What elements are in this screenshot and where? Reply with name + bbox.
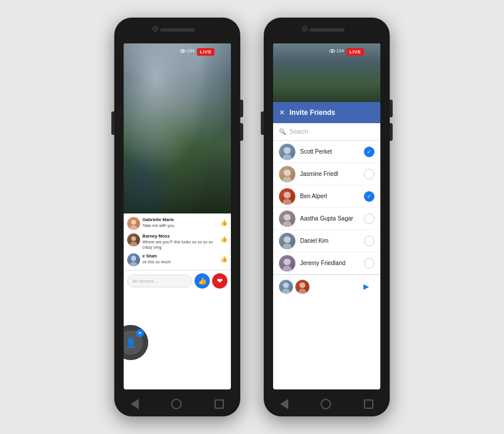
friend-avatar	[279, 166, 295, 182]
phone-camera	[152, 26, 158, 32]
selected-avatars	[279, 280, 355, 294]
like-icon[interactable]: 👍	[220, 236, 227, 242]
friend-name: Aastha Gupta Sagar	[300, 215, 359, 222]
home-nav-icon[interactable]	[171, 399, 182, 409]
friend-unselected-check[interactable]	[364, 213, 374, 224]
friend-avatar	[279, 144, 295, 160]
search-placeholder: Search	[290, 128, 308, 135]
phone-bottom-bar	[114, 392, 240, 416]
back-nav-icon[interactable]	[131, 399, 139, 409]
eye-icon-2	[329, 49, 335, 53]
power-btn-2[interactable]	[261, 111, 264, 135]
invite-header: ✕ Invite Friends	[273, 102, 380, 123]
friend-name: Jasmine Friedl	[300, 171, 359, 177]
friend-unselected-check[interactable]	[364, 236, 374, 246]
send-button[interactable]: ►	[358, 279, 374, 295]
selected-avatar-2	[295, 280, 309, 294]
search-icon: 🔍	[279, 128, 286, 135]
comment-text: Where are you?! this looks so so so so c…	[142, 239, 218, 250]
viewer-count: 134	[180, 48, 195, 53]
friend-list: Scott Perket ✓ Jasmine Friedl Ben Alpert…	[273, 141, 380, 274]
friend-item[interactable]: Scott Perket ✓	[273, 141, 380, 163]
phone-2-screen: LIVE 134 ✕ Invite Friends 🔍 Search Scott…	[273, 43, 380, 389]
search-bar[interactable]: 🔍 Search	[273, 123, 380, 141]
close-icon[interactable]: ✕	[279, 108, 285, 117]
phone-2: LIVE 134 ✕ Invite Friends 🔍 Search Scott…	[264, 18, 390, 416]
friend-unselected-check[interactable]	[364, 169, 374, 179]
comment-item: Gabrielle Marie Take me with you. 👍	[127, 217, 227, 230]
comment-input[interactable]: Wr omment...	[127, 274, 192, 287]
comment-item: Barney Moss Where are you?! this looks s…	[127, 233, 227, 250]
friend-unselected-check[interactable]	[364, 258, 374, 269]
comment-name: e Shah	[142, 253, 218, 259]
vol-up-btn-2[interactable]	[390, 100, 393, 117]
recents-nav-icon-2[interactable]	[364, 399, 373, 409]
avatar	[127, 217, 140, 230]
friend-name: Jeremy Friedland	[300, 260, 359, 266]
add-friend-button[interactable]: 👤 +	[124, 330, 143, 355]
comments-section: Gabrielle Marie Take me with you. 👍 Barn…	[124, 213, 231, 266]
friend-avatar	[279, 188, 295, 205]
friend-avatar	[279, 255, 295, 272]
friend-item[interactable]: Jeremy Friedland	[273, 252, 380, 274]
add-friend-overlay: 👤 +	[124, 325, 148, 360]
comment-text: ve this so much	[142, 259, 218, 265]
friend-item[interactable]: Ben Alpert ✓	[273, 185, 380, 208]
like-button[interactable]: 👍	[195, 273, 210, 289]
live-video-2: LIVE 134	[273, 43, 380, 102]
friend-avatar	[279, 211, 295, 227]
comment-name: Barney Moss	[142, 233, 218, 239]
friend-avatar	[279, 233, 295, 249]
phone-1-screen: LIVE 134 Gabrielle Marie Take me with yo…	[124, 43, 231, 389]
vol-down-btn[interactable]	[240, 123, 243, 141]
selected-avatar-1	[279, 280, 293, 294]
viewer-count-2: 134	[329, 48, 344, 53]
friend-name: Scott Perket	[300, 148, 359, 155]
vol-up-btn[interactable]	[240, 100, 243, 117]
avatar	[127, 253, 140, 266]
friend-selected-check[interactable]: ✓	[364, 191, 374, 202]
friend-selected-check[interactable]: ✓	[364, 147, 374, 157]
invite-title: Invite Friends	[290, 108, 335, 117]
phone-bottom-bar-2	[264, 392, 390, 416]
phone-1: LIVE 134 Gabrielle Marie Take me with yo…	[114, 18, 240, 416]
friend-item[interactable]: Aastha Gupta Sagar	[273, 208, 380, 230]
eye-icon	[180, 49, 186, 53]
friend-name: Ben Alpert	[300, 193, 359, 199]
live-badge-2: LIVE	[346, 48, 364, 56]
home-nav-icon-2[interactable]	[321, 399, 331, 409]
comment-item: e Shah ve this so much 👍	[127, 253, 227, 266]
like-icon[interactable]: 👍	[220, 256, 227, 262]
recents-nav-icon[interactable]	[214, 399, 224, 409]
power-btn[interactable]	[111, 111, 114, 135]
comment-text: Take me with you.	[142, 223, 218, 228]
friend-item[interactable]: Jasmine Friedl	[273, 163, 380, 185]
back-nav-icon-2[interactable]	[280, 399, 288, 409]
comment-name: Gabrielle Marie	[142, 217, 218, 223]
input-bar: Wr omment... 👍 ❤	[124, 270, 231, 292]
add-friend-badge: +	[136, 329, 144, 337]
live-badge: LIVE	[197, 48, 214, 56]
invite-footer: ►	[273, 274, 380, 298]
heart-button[interactable]: ❤	[212, 273, 227, 289]
avatar	[127, 233, 140, 246]
vol-down-btn-2[interactable]	[390, 123, 393, 141]
like-icon[interactable]: 👍	[220, 219, 227, 226]
friend-name: Daniel Kim	[300, 238, 359, 244]
comment-placeholder: Wr omment...	[132, 279, 157, 283]
live-video: LIVE 134	[124, 43, 231, 213]
friend-item[interactable]: Daniel Kim	[273, 230, 380, 252]
phone-camera-2	[302, 26, 308, 32]
